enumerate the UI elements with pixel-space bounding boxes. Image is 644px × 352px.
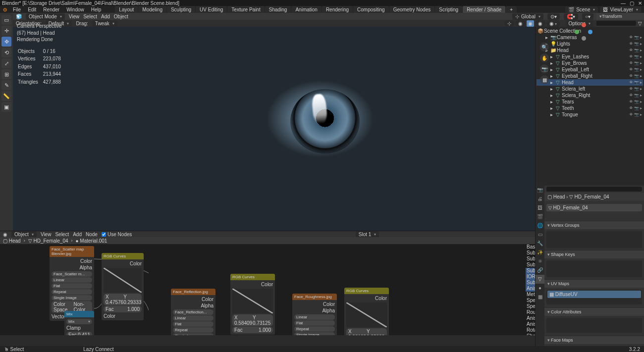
outliner-item-sclera_right[interactable]: ▸▽Sclera_Right👁 📷 ▸ <box>537 92 643 99</box>
nav-gizmo[interactable] <box>575 23 592 41</box>
prop-tab-physics[interactable]: ⚛ <box>536 257 544 266</box>
prop-tab-data[interactable]: ▽ <box>536 275 544 284</box>
vertex-groups-list[interactable] <box>546 231 642 248</box>
node-rgb-curves-2[interactable]: RGB Curves Color X 0.58409Y 0.73125 Fac1… <box>230 274 275 335</box>
prop-tab-modifier[interactable]: 🔧 <box>536 239 544 248</box>
tab-animation[interactable]: Animation <box>291 6 321 13</box>
uv-maps-list[interactable]: ▦ DiffuseUV <box>546 290 642 304</box>
tool-transform[interactable]: ⊞ <box>1 69 11 79</box>
menu-file[interactable]: File <box>10 7 24 12</box>
tool-measure[interactable]: 📏 <box>1 91 11 101</box>
node-face-scatter[interactable]: Face_Scatter map Blender.jpg Color Alpha… <box>50 246 94 321</box>
use-nodes-checkbox[interactable]: Use Nodes <box>102 232 132 237</box>
prop-crumb-obj[interactable]: ▢ Head <box>547 194 565 200</box>
outliner-item-teeth[interactable]: ▸▽Teeth👁 📷 ▸ <box>537 105 643 111</box>
outliner-filter-icon[interactable]: ▽ <box>638 21 642 26</box>
tab-add[interactable]: + <box>506 6 517 13</box>
pivot-point[interactable]: ⊙▾ <box>547 13 560 20</box>
prop-tab-world[interactable]: 🌐 <box>536 221 544 230</box>
vp-menu-object[interactable]: Object <box>114 14 128 19</box>
prop-search[interactable] <box>546 187 642 192</box>
menu-window[interactable]: Window <box>63 7 87 12</box>
color-attrs-list[interactable] <box>546 318 642 333</box>
shape-keys-list[interactable] <box>546 260 642 277</box>
tool-move[interactable]: ✥ <box>1 37 11 47</box>
shading-material[interactable]: ◉ <box>535 20 545 27</box>
prop-tab-scene[interactable]: 🎬 <box>536 212 544 221</box>
close-button[interactable]: ✕ <box>638 0 642 6</box>
prop-tab-texture[interactable]: ▦ <box>536 293 544 302</box>
tool-add[interactable]: ▣ <box>1 102 11 112</box>
ne-menu-view[interactable]: View <box>41 232 52 237</box>
tab-layout[interactable]: Layout <box>115 6 138 13</box>
camera-view-button[interactable]: 📷 <box>540 64 549 73</box>
tool-select[interactable]: ▭ <box>1 15 11 25</box>
menu-render[interactable]: Render <box>40 7 62 12</box>
gizmo-z-icon[interactable] <box>582 23 586 27</box>
crumb-object[interactable]: ▢ Head <box>3 238 21 244</box>
vp-menu-select[interactable]: Select <box>83 14 97 19</box>
gizmo-y-icon[interactable] <box>575 30 579 34</box>
tab-shading[interactable]: Shading <box>265 6 291 13</box>
ne-menu-node[interactable]: Node <box>86 232 98 237</box>
prop-tab-constraints[interactable]: 🔗 <box>536 266 544 275</box>
outliner-item-head[interactable]: ▸📁Head👁 📷 ▸ <box>537 47 643 53</box>
maximize-button[interactable]: ▢ <box>630 0 634 6</box>
shading-rendered[interactable]: ◉ <box>527 20 534 27</box>
prop-tab-material[interactable]: ● <box>536 284 544 293</box>
viewport-render[interactable] <box>13 20 596 231</box>
section-face-maps[interactable]: Face Maps <box>544 336 644 344</box>
tab-texture-paint[interactable]: Texture Paint <box>227 6 264 13</box>
outliner-item-eye_lashes[interactable]: ▸▽Eye_Lashes👁 📷 ▸ <box>537 53 643 60</box>
gizmo-neg-icon[interactable] <box>582 36 586 41</box>
zoom-button[interactable]: 🔍 <box>540 43 549 51</box>
prop-tab-particles[interactable]: ✨ <box>536 248 544 257</box>
tab-compositing[interactable]: Compositing <box>353 6 389 13</box>
tab-rendering[interactable]: Rendering <box>322 6 353 13</box>
node-mix[interactable]: Mix Mix Clamp Fac0.411 Color1 Color2 <box>64 311 94 335</box>
outliner-item-eye_brows[interactable]: ▸▽Eye_Brows👁 📷 ▸ <box>537 60 643 66</box>
uv-map-item[interactable]: ▦ DiffuseUV <box>547 291 641 298</box>
prop-crumb-mesh[interactable]: ▽ HD_Female_04 <box>569 194 609 200</box>
viewlayer-selector[interactable]: 🖼 ViewLayer <box>600 6 641 13</box>
transform-panel-header[interactable]: Transform <box>596 13 644 20</box>
outliner-item-tongue[interactable]: ▸▽Tongue👁 📷 ▸ <box>537 111 643 118</box>
section-color-attributes[interactable]: Color Attributes <box>544 307 644 316</box>
outliner-item-head[interactable]: ▸▽Head👁 📷 ▸ <box>537 79 643 86</box>
tab-render-shade[interactable]: Render / Shade <box>463 6 505 13</box>
perspective-toggle[interactable]: ▦ <box>540 75 549 84</box>
prop-tab-output[interactable]: 🖨 <box>536 195 544 203</box>
tab-geometry-nodes[interactable]: Geometry Nodes <box>389 6 435 13</box>
outliner-item-tears[interactable]: ▸▽Tears👁 📷 ▸ <box>537 99 643 105</box>
menu-edit[interactable]: Edit <box>25 7 39 12</box>
scene-selector[interactable]: 🎬 Scene <box>565 6 598 13</box>
tab-uv-editing[interactable]: UV Editing <box>196 6 227 13</box>
pan-button[interactable]: ✋ <box>540 53 549 62</box>
section-vertex-groups[interactable]: Vertex Groups <box>544 221 644 229</box>
vp-menu-add[interactable]: Add <box>101 14 110 19</box>
node-rgb-curves-3[interactable]: RGB Curves Color X 0.38182Y 0.25833 <box>344 288 389 335</box>
transform-orientation[interactable]: ⊹ Global <box>512 13 543 20</box>
crumb-material[interactable]: ● Material.001 <box>76 238 107 244</box>
node-rgb-curves-1[interactable]: RGB Curves Color X 0.47576Y 0.29333 Fac1… <box>102 253 144 320</box>
outliner-item-eyeball_right[interactable]: ▸▽Eyeball_Right👁 📷 ▸ <box>537 73 643 79</box>
shading-options[interactable]: ◉ <box>546 20 560 27</box>
outliner-tree[interactable]: 📦Scene Collection▸📷Cameras👁 📷 ▸▸💡Lights👁… <box>536 27 644 186</box>
tab-sculpting[interactable]: Sculpting <box>167 6 195 13</box>
ne-menu-select[interactable]: Select <box>55 232 69 237</box>
minimize-button[interactable]: ― <box>621 0 626 6</box>
outliner-item-sclera_left[interactable]: ▸▽Sclera_left👁 📷 ▸ <box>537 86 643 92</box>
tool-cursor[interactable]: ✛ <box>1 26 11 36</box>
proportional-edit[interactable]: ○▾ <box>582 13 593 20</box>
ne-editor-icon[interactable]: ◉ <box>3 232 7 237</box>
mesh-name-field[interactable]: ▽ HD_Female_04 <box>546 204 642 211</box>
overlay-toggle[interactable]: ◉ <box>515 20 526 27</box>
drag-value[interactable]: Tweak <box>92 20 117 27</box>
crumb-mesh[interactable]: ▽ HD_Female_04 <box>28 238 68 244</box>
gizmo-toggle[interactable]: ⊹ <box>504 20 514 27</box>
node-face-roughness[interactable]: Face_Roughness.jpg Color Alpha Linear Fl… <box>292 294 337 335</box>
tool-annotate[interactable]: ✎ <box>1 80 11 90</box>
section-shape-keys[interactable]: Shape Keys <box>544 250 644 258</box>
gizmo-x-icon[interactable] <box>588 30 592 34</box>
outliner-item-eyeball_left[interactable]: ▸▽Eyeball_Left👁 📷 ▸ <box>537 66 643 73</box>
